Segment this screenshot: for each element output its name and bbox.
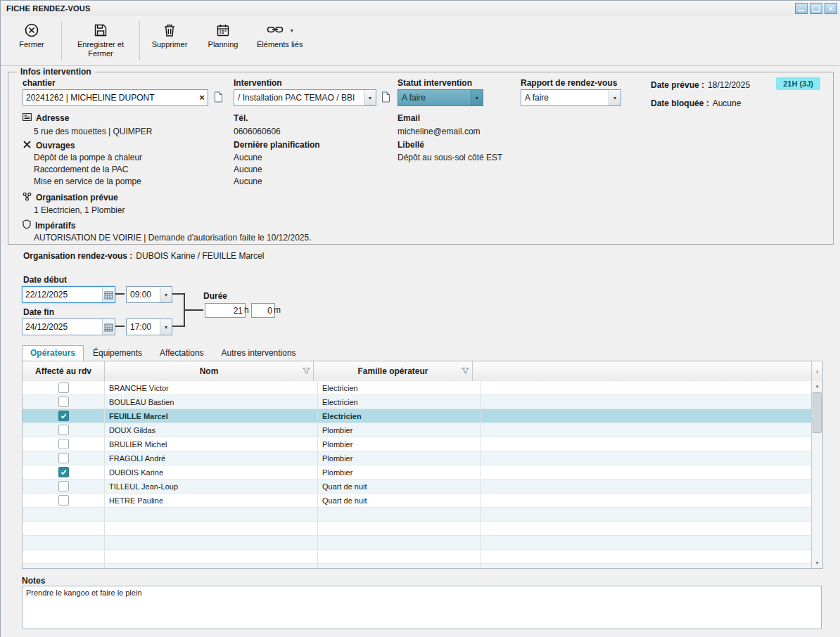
scrollbar-thumb[interactable] xyxy=(813,392,822,433)
chevron-down-icon: ▾ xyxy=(471,90,483,105)
clear-icon[interactable]: × xyxy=(196,91,208,105)
address-card-icon xyxy=(23,113,32,123)
close-icon[interactable]: × xyxy=(825,3,837,14)
intervention-document-icon[interactable] xyxy=(378,89,393,105)
date-debut-field[interactable] xyxy=(23,290,102,300)
chevron-down-icon: ▾ xyxy=(364,90,376,105)
table-row[interactable]: BRANCHE Victor Electricien xyxy=(23,381,812,395)
affecte-checkbox[interactable] xyxy=(58,411,69,421)
affecte-checkbox[interactable] xyxy=(58,467,69,477)
link-icon xyxy=(267,22,284,39)
filter-icon[interactable] xyxy=(462,367,469,377)
header-nom[interactable]: Nom xyxy=(105,361,314,381)
nom-cell: FRAGOLI André xyxy=(105,451,318,465)
table-row[interactable] xyxy=(23,508,812,522)
date-debut-input[interactable] xyxy=(22,286,115,303)
header-famille-operateur[interactable]: Famille opérateur xyxy=(314,361,473,381)
duree-h-unit: h xyxy=(244,305,249,315)
calendar-picker-icon[interactable] xyxy=(102,287,115,302)
nom-cell: BRULIER Michel xyxy=(105,437,318,451)
organisation-prevue-header: Organisation prévue xyxy=(23,192,118,203)
chantier-input-field[interactable] xyxy=(23,93,196,103)
chantier-document-icon[interactable] xyxy=(211,89,225,105)
tel-label: Tél. xyxy=(234,113,248,123)
ouvrage-item: Dépôt de la pompe à chaleur xyxy=(34,153,142,162)
notes-textarea[interactable]: Prendre le kangoo et faire le plein xyxy=(22,586,822,629)
toolbar-separator xyxy=(61,21,62,60)
table-row[interactable]: HETRE Pauline Quart de nuit xyxy=(23,494,812,508)
maximize-icon[interactable] xyxy=(810,3,822,14)
nom-cell: HETRE Pauline xyxy=(105,494,318,507)
affecte-checkbox[interactable] xyxy=(58,481,69,491)
chevron-down-icon[interactable]: ▾ xyxy=(291,27,293,34)
table-row[interactable]: TILLEUL Jean-Loup Quart de nuit xyxy=(23,480,812,494)
tab-bar: Opérateurs Équipements Affectations Autr… xyxy=(22,345,822,361)
intervention-dropdown[interactable]: / Installation PAC TEMAO / BBI ▾ xyxy=(234,89,376,106)
tab-autres-interventions[interactable]: Autres interventions xyxy=(213,345,305,361)
window-controls: × xyxy=(795,3,837,14)
nom-cell: DOUX Gildas xyxy=(105,423,318,437)
affecte-checkbox[interactable] xyxy=(58,397,69,407)
chevron-right-icon[interactable]: › xyxy=(812,361,822,381)
table-row[interactable] xyxy=(23,522,812,536)
nom-cell: BRANCHE Victor xyxy=(105,381,318,394)
table-row[interactable]: DOUX Gildas Plombier xyxy=(23,423,812,437)
chantier-input[interactable]: × xyxy=(23,89,208,106)
table-row[interactable]: FEUILLE Marcel Electricien xyxy=(23,409,812,423)
adresse-header: Adresse xyxy=(23,113,69,123)
supprimer-button[interactable]: Supprimer xyxy=(143,18,196,64)
affecte-checkbox[interactable] xyxy=(58,382,69,393)
duree-heures-input[interactable] xyxy=(205,303,246,318)
elements-lies-button[interactable]: ▾ Éléments liés xyxy=(250,18,310,64)
affecte-checkbox[interactable] xyxy=(58,453,69,463)
duration-badge: 21H (3J) xyxy=(776,77,820,90)
trash-icon xyxy=(163,20,176,40)
intervention-label: Intervention xyxy=(234,78,282,88)
famille-cell: Plombier xyxy=(318,465,481,479)
header-affecte-au-rdv[interactable]: Affecté au rdv xyxy=(23,361,105,381)
table-row[interactable]: BRULIER Michel Plombier xyxy=(23,437,812,451)
libelle-value: Dépôt au sous-sol côté EST xyxy=(397,153,502,162)
heure-debut-dropdown[interactable]: 09:00 ▾ xyxy=(126,286,172,303)
famille-cell: Electricien xyxy=(318,395,481,408)
fiche-rendez-vous-window: FICHE RENDEZ-VOUS × Fermer Enregistrer e… xyxy=(0,0,840,637)
titlebar: FICHE RENDEZ-VOUS × xyxy=(1,1,840,16)
table-row[interactable] xyxy=(23,550,812,564)
operators-table-body: BRANCHE Victor Electricien BOULEAU Basti… xyxy=(23,381,812,568)
window-title: FICHE RENDEZ-VOUS xyxy=(6,4,91,13)
calendar-picker-icon[interactable] xyxy=(102,319,115,335)
filter-icon[interactable] xyxy=(303,367,310,377)
heure-fin-dropdown[interactable]: 17:00 ▾ xyxy=(126,318,172,335)
table-row[interactable] xyxy=(23,536,812,550)
affecte-checkbox[interactable] xyxy=(58,439,69,449)
imperatifs-header: Impératifs xyxy=(23,219,75,231)
famille-cell: Quart de nuit xyxy=(318,494,481,507)
affecte-checkbox[interactable] xyxy=(58,495,69,506)
table-row[interactable]: DUBOIS Karine Plombier xyxy=(23,465,812,480)
date-fin-field[interactable] xyxy=(23,322,102,332)
chantier-label: chantier xyxy=(23,78,56,88)
date-fin-input[interactable] xyxy=(22,318,115,335)
table-row[interactable] xyxy=(23,564,812,568)
header-empty xyxy=(473,361,812,381)
scroll-up-icon[interactable]: ▲ xyxy=(812,381,822,391)
rapport-rdv-dropdown[interactable]: A faire ▾ xyxy=(521,89,621,106)
minimize-icon[interactable] xyxy=(795,3,808,14)
table-row[interactable]: FRAGOLI André Plombier xyxy=(23,451,812,465)
enregistrer-et-fermer-button[interactable]: Enregistrer et Fermer xyxy=(65,18,136,64)
planning-button[interactable]: Planning xyxy=(196,18,250,64)
tab-equipements[interactable]: Équipements xyxy=(84,345,151,361)
affecte-checkbox[interactable] xyxy=(58,425,69,435)
famille-cell: Electricien xyxy=(318,409,481,423)
adresse-value: 5 rue des mouettes | QUIMPER xyxy=(34,127,153,136)
duree-minutes-input[interactable] xyxy=(251,303,275,318)
fermer-button[interactable]: Fermer xyxy=(5,18,58,64)
vertical-scrollbar[interactable]: ▲ ▼ xyxy=(811,381,822,568)
famille-cell: Electricien xyxy=(318,381,481,394)
statut-intervention-dropdown[interactable]: A faire ▾ xyxy=(397,89,483,106)
nom-cell: FEUILLE Marcel xyxy=(105,409,318,423)
tab-affectations[interactable]: Affectations xyxy=(151,345,212,361)
tab-operateurs[interactable]: Opérateurs xyxy=(22,345,84,361)
scroll-down-icon[interactable]: ▼ xyxy=(812,558,822,568)
table-row[interactable]: BOULEAU Bastien Electricien xyxy=(23,395,812,409)
